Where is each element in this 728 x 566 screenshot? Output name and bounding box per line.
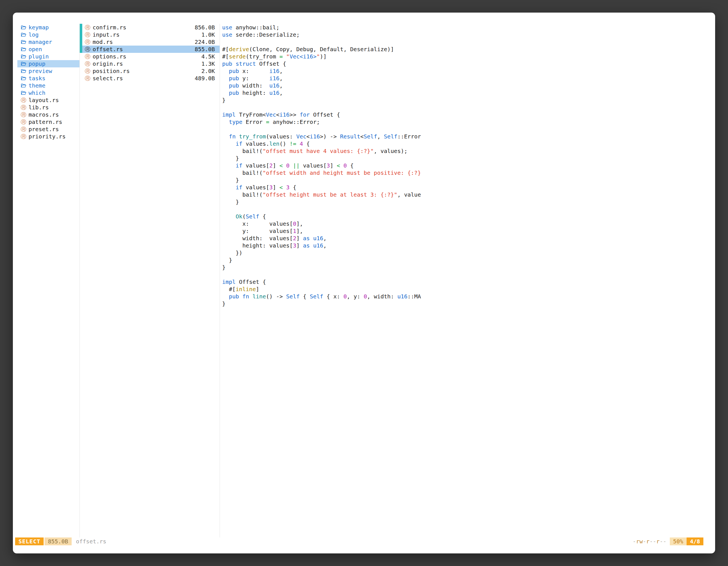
file-size: 4.5K (201, 53, 215, 60)
item-name: plugin (29, 53, 49, 60)
marked-indicator (80, 38, 82, 46)
file-name: mod.rs (93, 39, 195, 45)
current-pane: Ⓡconfirm.rs856.0BⓇinput.rs1.0KⓇmod.rs224… (79, 24, 220, 537)
item-name: keymap (29, 24, 49, 31)
code-line: #[serde(try_from = "Vec<i16>")] (222, 53, 715, 60)
code-line (222, 38, 715, 46)
parent-dir-item[interactable]: tasks (17, 75, 79, 82)
rust-file-icon: Ⓡ (21, 105, 27, 110)
item-name: which (29, 90, 45, 96)
rust-file-icon: Ⓡ (85, 61, 90, 67)
item-name: priority.rs (29, 133, 65, 140)
status-filename: offset.rs (76, 538, 106, 545)
file-name: origin.rs (93, 60, 201, 67)
item-name: layout.rs (29, 97, 59, 104)
panes: keymaplogmanageropenpluginpopuppreviewta… (13, 24, 715, 537)
file-row[interactable]: Ⓡconfirm.rs856.0B (80, 24, 220, 31)
code-line (222, 271, 715, 278)
rust-file-icon: Ⓡ (85, 46, 90, 52)
folder-open-icon (21, 83, 27, 88)
code-line: } (222, 177, 715, 184)
item-name: manager (29, 39, 52, 45)
code-line: y: values[1], (222, 227, 715, 235)
file-size: 1.0K (201, 31, 215, 38)
file-row[interactable]: Ⓡoffset.rs855.0B (80, 46, 220, 53)
file-row[interactable]: Ⓡselect.rs489.0B (80, 75, 220, 82)
folder-open-icon (21, 25, 27, 30)
parent-dir-item[interactable]: which (17, 89, 79, 97)
file-row[interactable]: Ⓡposition.rs2.0K (80, 67, 220, 75)
item-name: theme (29, 82, 45, 89)
code-line: if values[3] < 3 { (222, 184, 715, 191)
marked-indicator (80, 24, 82, 31)
file-row[interactable]: Ⓡinput.rs1.0K (80, 31, 220, 38)
parent-dir-item[interactable]: keymap (17, 24, 79, 31)
parent-dir-item[interactable]: open (17, 46, 79, 53)
code-line: } (222, 264, 715, 271)
file-name: offset.rs (93, 46, 195, 53)
code-line: #[derive(Clone, Copy, Debug, Default, De… (222, 46, 715, 53)
scroll-percent-badge: 50% (670, 537, 687, 545)
file-row[interactable]: Ⓡmod.rs224.0B (80, 38, 220, 46)
file-name: confirm.rs (93, 24, 195, 31)
parent-dir-item[interactable]: manager (17, 38, 79, 46)
status-bar: SELECT 855.0B offset.rs -rw-r--r-- 50% 4… (15, 537, 703, 545)
code-line: } (222, 257, 715, 264)
parent-dir-item[interactable]: theme (17, 82, 79, 89)
code-line: pub x: i16, (222, 67, 715, 75)
file-size: 2.0K (201, 68, 215, 74)
code-line (222, 104, 715, 111)
mode-badge: SELECT (15, 537, 44, 545)
parent-file-item[interactable]: Ⓡpattern.rs (17, 118, 79, 126)
code-line: }) (222, 249, 715, 257)
rust-file-icon: Ⓡ (85, 76, 90, 81)
parent-file-item[interactable]: Ⓡlayout.rs (17, 97, 79, 104)
item-name: preview (29, 68, 52, 74)
folder-open-icon (21, 76, 27, 81)
parent-dir-item[interactable]: log (17, 31, 79, 38)
file-preview-code: use anyhow::bail;use serde::Deserialize;… (222, 24, 715, 307)
marked-indicator (80, 46, 82, 53)
code-line: width: values[2] as u16, (222, 235, 715, 242)
code-line: pub width: u16, (222, 82, 715, 89)
file-name: position.rs (93, 68, 201, 74)
file-size: 855.0B (195, 46, 215, 53)
parent-dir-item[interactable]: popup (17, 60, 79, 67)
parent-pane: keymaplogmanageropenpluginpopuppreviewta… (13, 24, 79, 537)
code-line: } (222, 97, 715, 104)
code-line: pub height: u16, (222, 89, 715, 97)
parent-file-item[interactable]: Ⓡmacros.rs (17, 111, 79, 118)
code-line: bail!("offset width and height must be p… (222, 169, 715, 177)
item-name: pattern.rs (29, 119, 62, 125)
rust-file-icon: Ⓡ (21, 134, 27, 139)
permissions-text: -rw-r--r-- (633, 538, 666, 545)
item-name: preset.rs (29, 126, 59, 133)
code-line: x: values[0], (222, 220, 715, 227)
file-row[interactable]: Ⓡoptions.rs4.5K (80, 53, 220, 60)
parent-file-item[interactable]: Ⓡlib.rs (17, 104, 79, 111)
item-name: log (29, 31, 39, 38)
parent-dir-item[interactable]: plugin (17, 53, 79, 60)
status-right: -rw-r--r-- 50% 4/8 (633, 537, 703, 545)
file-row[interactable]: Ⓡorigin.rs1.3K (80, 60, 220, 67)
code-line: impl Offset { (222, 278, 715, 285)
parent-file-item[interactable]: Ⓡpriority.rs (17, 133, 79, 140)
file-manager-window: keymaplogmanageropenpluginpopuppreviewta… (13, 13, 715, 553)
file-name: input.rs (93, 31, 201, 38)
code-line: pub fn line() -> Self { Self { x: 0, y: … (222, 293, 715, 300)
code-line: #[inline] (222, 285, 715, 293)
rust-file-icon: Ⓡ (21, 112, 27, 118)
folder-open-icon (21, 61, 27, 67)
file-size: 856.0B (195, 24, 215, 31)
parent-file-item[interactable]: Ⓡpreset.rs (17, 126, 79, 133)
code-line: use anyhow::bail; (222, 24, 715, 31)
parent-dir-item[interactable]: preview (17, 67, 79, 75)
code-line: } (222, 155, 715, 162)
rust-file-icon: Ⓡ (85, 32, 90, 37)
item-name: popup (29, 60, 45, 67)
code-line: type Error = anyhow::Error; (222, 118, 715, 126)
file-size-badge: 855.0B (44, 537, 71, 545)
rust-file-icon: Ⓡ (21, 119, 27, 125)
code-line: } (222, 198, 715, 206)
folder-open-icon (21, 54, 27, 59)
